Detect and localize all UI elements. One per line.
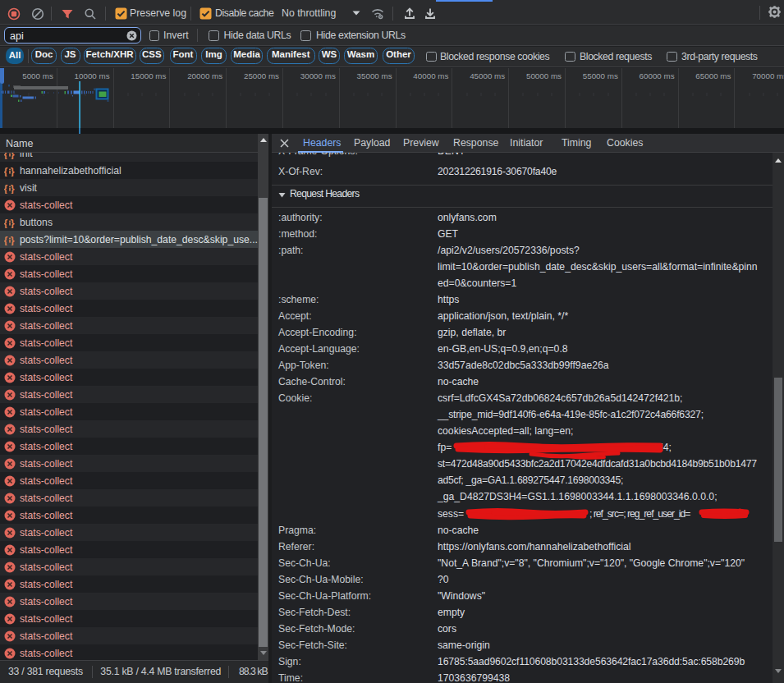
svg-text:}: } [11,153,15,159]
svg-text:}: } [11,165,15,176]
svg-text:{: { [4,165,8,176]
svg-text:{: { [4,182,8,194]
svg-text:{: { [4,234,8,245]
svg-text:}: } [11,217,15,228]
svg-text:{: { [4,217,8,228]
svg-text:{: { [4,153,8,159]
svg-text:}: } [11,182,15,194]
svg-text:}: } [11,234,15,245]
